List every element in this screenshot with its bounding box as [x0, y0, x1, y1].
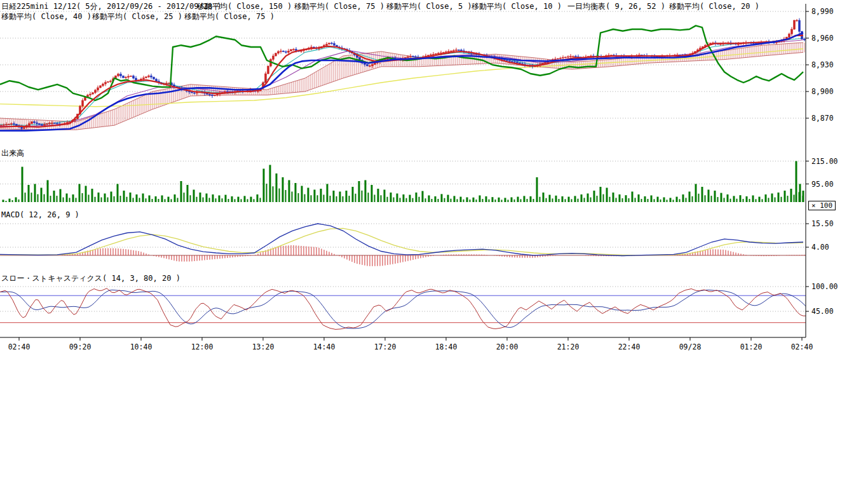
svg-text:8,900: 8,900	[811, 87, 834, 96]
indicator-label-ma150: 移動平均( Close, 150 )	[197, 2, 292, 11]
indicator-label-ichimoku: 一目均衡表( 9, 26, 52 )	[567, 2, 665, 11]
price-panel	[0, 18, 806, 131]
macd-panel-label: MACD( 12, 26, 9 )	[1, 210, 79, 219]
svg-text:17:20: 17:20	[374, 342, 397, 351]
indicator-label-ma40: 移動平均( Close, 40 )	[1, 12, 92, 21]
indicator-label-ma10: 移動平均( Close, 10 )	[471, 2, 562, 11]
indicator-label-ma25: 移動平均( Close, 25 )	[92, 12, 182, 21]
stoch-k-line	[0, 288, 806, 330]
svg-text:09:20: 09:20	[69, 342, 92, 351]
svg-text:02:40: 02:40	[8, 342, 31, 351]
stochastics-panel	[0, 288, 806, 330]
ma-close-75-blue	[0, 33, 803, 131]
svg-text:21:20: 21:20	[557, 342, 580, 351]
svg-text:13:20: 13:20	[252, 342, 275, 351]
indicator-label-ma20: 移動平均( Close, 20 )	[669, 2, 759, 11]
svg-text:09/28: 09/28	[679, 342, 702, 351]
svg-text:01:20: 01:20	[740, 342, 763, 351]
svg-text:45.00: 45.00	[811, 307, 834, 316]
svg-text:100.00: 100.00	[811, 282, 838, 291]
svg-text:8,870: 8,870	[811, 114, 834, 123]
svg-text:22:40: 22:40	[618, 342, 641, 351]
svg-text:215.00: 215.00	[811, 157, 838, 166]
svg-text:02:40: 02:40	[791, 342, 813, 351]
multi-panel-price-chart[interactable]: 8,9908,9608,9308,9008,870215.0095.0015.5…	[0, 0, 868, 488]
svg-text:8,930: 8,930	[811, 60, 834, 69]
indicator-label-ma5: 移動平均( Close, 5 )	[386, 2, 472, 11]
svg-text:8,990: 8,990	[811, 7, 834, 16]
svg-text:95.00: 95.00	[811, 180, 834, 189]
svg-text:14:40: 14:40	[313, 342, 336, 351]
svg-text:12:00: 12:00	[191, 342, 214, 351]
indicator-label-ma75-2: 移動平均( Close, 75 )	[184, 12, 275, 21]
svg-text:15.50: 15.50	[811, 219, 834, 228]
svg-text:20:00: 20:00	[496, 342, 519, 351]
ichimoku-span-green	[0, 25, 803, 100]
svg-text:8,960: 8,960	[811, 34, 834, 43]
chart-title: 日経225mini 12/12( 5分, 2012/09/26 - 2012/0…	[1, 2, 222, 11]
svg-text:18:40: 18:40	[435, 342, 458, 351]
volume-multiplier-box: × 100	[808, 201, 836, 210]
volume-panel-label: 出来高	[1, 148, 24, 159]
indicator-label-ma75: 移動平均( Close, 75 )	[294, 2, 384, 11]
ma-close-20-cyan	[0, 38, 803, 125]
macd-panel	[0, 224, 806, 266]
svg-text:10:40: 10:40	[130, 342, 153, 351]
volume-panel	[3, 161, 804, 203]
stochastics-panel-label: スロー・ストキャスティクス( 14, 3, 80, 20 )	[1, 273, 180, 284]
svg-text:4.00: 4.00	[811, 243, 829, 252]
candlestick-series	[1, 18, 806, 131]
